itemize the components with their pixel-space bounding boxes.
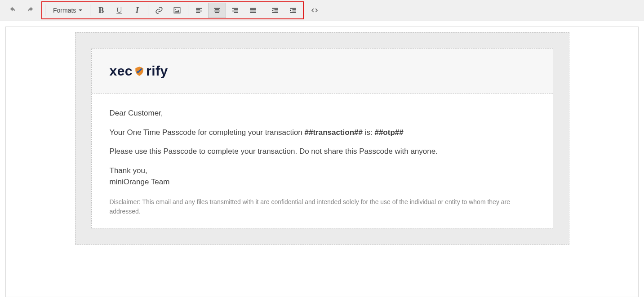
redo-button[interactable] — [22, 3, 40, 18]
align-right-button[interactable] — [226, 3, 244, 18]
email-canvas: xec rify Dear Customer, Your One Tim — [75, 32, 569, 245]
email-signature: Thank you, miniOrange Team — [110, 165, 535, 187]
align-center-button[interactable] — [208, 3, 226, 18]
link-button[interactable] — [150, 3, 168, 18]
italic-button[interactable]: I — [128, 3, 146, 18]
undo-icon — [9, 6, 17, 14]
align-justify-icon — [249, 6, 257, 14]
email-body[interactable]: Dear Customer, Your One Time Passcode fo… — [92, 94, 553, 228]
highlighted-tool-group: Formats B U I — [41, 1, 304, 19]
toolbar-separator — [90, 4, 90, 16]
underline-icon: U — [116, 6, 122, 15]
align-justify-button[interactable] — [244, 3, 262, 18]
align-left-button[interactable] — [190, 3, 208, 18]
indent-icon — [289, 6, 297, 14]
link-icon — [155, 6, 163, 14]
outdent-button[interactable] — [266, 3, 284, 18]
email-otp-line: Your One Time Passcode for completing yo… — [110, 127, 535, 138]
redo-icon — [27, 6, 35, 14]
formats-dropdown[interactable]: Formats — [47, 3, 88, 18]
logo-text-part1: xec — [110, 63, 133, 79]
indent-button[interactable] — [284, 3, 302, 18]
italic-icon: I — [136, 6, 139, 15]
toolbar-separator — [148, 4, 148, 16]
toolbar: Formats B U I — [0, 0, 644, 21]
code-icon — [311, 6, 319, 14]
toolbar-separator — [45, 4, 45, 16]
email-greeting: Dear Customer, — [110, 108, 535, 119]
email-instructions: Please use this Passcode to complete you… — [110, 146, 535, 157]
caret-down-icon — [79, 9, 82, 11]
formats-label: Formats — [53, 7, 76, 14]
outdent-icon — [271, 6, 279, 14]
align-right-icon — [231, 6, 239, 14]
align-left-icon — [195, 6, 203, 14]
editor-surface[interactable]: xec rify Dear Customer, Your One Tim — [5, 27, 639, 297]
email-disclaimer: Disclaimer: This email and any files tra… — [110, 197, 535, 216]
undo-button[interactable] — [4, 3, 22, 18]
logo-text-part2: rify — [146, 63, 168, 79]
source-code-button[interactable] — [306, 3, 324, 18]
align-center-icon — [213, 6, 221, 14]
toolbar-separator — [264, 4, 264, 16]
image-button[interactable] — [168, 3, 186, 18]
toolbar-separator — [188, 4, 188, 16]
logo: xec rify — [110, 63, 535, 79]
bold-icon: B — [98, 6, 104, 15]
svg-point-1 — [175, 9, 176, 10]
bold-button[interactable]: B — [92, 3, 110, 18]
editor-wrapper: xec rify Dear Customer, Your One Tim — [0, 21, 644, 303]
email-header: xec rify — [92, 49, 553, 94]
underline-button[interactable]: U — [110, 3, 128, 18]
image-icon — [173, 6, 181, 14]
email-card: xec rify Dear Customer, Your One Tim — [91, 49, 553, 228]
shield-icon — [133, 66, 145, 77]
